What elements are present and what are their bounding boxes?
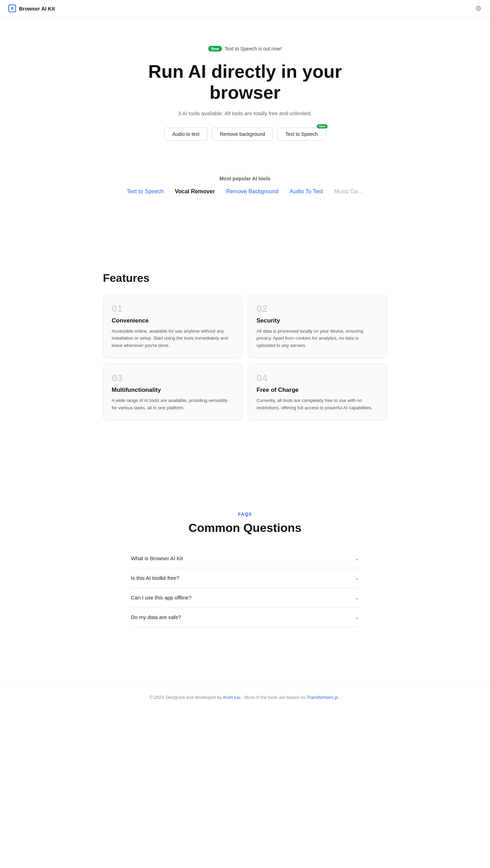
brand-link[interactable]: B Browser AI Kit [8, 5, 55, 12]
popular-tool-4[interactable]: Music Ga… [334, 188, 364, 195]
feature-name-1: Security [257, 317, 378, 324]
feature-desc-3: Currently, all tools are completely free… [257, 397, 378, 412]
footer-end: . [340, 695, 341, 700]
hero-title: Run AI directly in your browser [140, 61, 350, 103]
footer: © 2024 Designed and developed by Arvin L… [0, 683, 490, 708]
popular-tool-2[interactable]: Remove Background [226, 188, 278, 195]
feature-desc-2: A wide range of AI tools are available, … [112, 397, 233, 412]
feature-card-0: 01 Convenience Accessible online, availa… [103, 294, 242, 358]
faq-question-2: Can I use this app offline? [131, 595, 191, 600]
faq-section: FAQS Common Questions What is Browser AI… [122, 484, 368, 648]
popular-tool-3[interactable]: Audio To Text [289, 188, 323, 195]
faq-item-3[interactable]: Do my data are safe? ⌄ [131, 607, 359, 627]
feature-name-0: Convenience [112, 317, 233, 324]
faq-list: What is Browser AI Kit ⌄ Is this AI tool… [131, 549, 359, 627]
feature-number-2: 03 [112, 373, 233, 384]
feature-card-3: 04 Free of Charge Currently, all tools a… [248, 364, 387, 421]
faq-chevron-0: ⌄ [355, 555, 359, 562]
popular-tools-list: Text to SpeechVocal RemoverRemove Backgr… [7, 188, 483, 195]
footer-text: © 2024 Designed and developed by [149, 695, 223, 700]
hero-button-2[interactable]: Text to SpeechNew [277, 127, 326, 141]
hero-buttons: Audio to textRemove backgroundText to Sp… [7, 127, 483, 141]
feature-card-2: 03 Multifunctionality A wide range of AI… [103, 364, 242, 421]
features-title: Features [103, 272, 387, 285]
popular-tool-0[interactable]: Text to Speech [127, 188, 164, 195]
feature-desc-1: All data is processed locally on your de… [257, 328, 378, 349]
feature-card-1: 02 Security All data is processed locall… [248, 294, 387, 358]
brand-icon: B [8, 5, 16, 12]
navbar: B Browser AI Kit ⚙ [0, 0, 490, 17]
popular-label: Most popular AI tools [7, 176, 483, 181]
faq-question-3: Do my data are safe? [131, 614, 181, 620]
hero-button-0[interactable]: Audio to text [164, 127, 208, 141]
faq-item-0[interactable]: What is Browser AI Kit ⌄ [131, 549, 359, 568]
feature-number-0: 01 [112, 303, 233, 314]
popular-section: Most popular AI tools Text to SpeechVoca… [0, 162, 490, 216]
faq-label: FAQS [131, 512, 359, 517]
faq-item-1[interactable]: Is this AI toolkit free? ⌄ [131, 568, 359, 588]
faq-item-2[interactable]: Can I use this app offline? ⌄ [131, 588, 359, 607]
feature-desc-0: Accessible online, available for use any… [112, 328, 233, 349]
faq-chevron-2: ⌄ [355, 594, 359, 601]
faq-question-0: What is Browser AI Kit [131, 555, 183, 561]
footer-author-link[interactable]: Arvin Liu [223, 695, 241, 700]
hero-badge-text: Text to Speech is out now! [225, 46, 282, 51]
faq-chevron-3: ⌄ [355, 614, 359, 620]
faq-chevron-1: ⌄ [355, 575, 359, 581]
footer-middle: . Most of the tools are based on [242, 695, 307, 700]
features-grid: 01 Convenience Accessible online, availa… [103, 294, 387, 421]
hero-subtitle: 3 AI tools available. All tools are tota… [7, 110, 483, 116]
feature-number-3: 04 [257, 373, 378, 384]
hero-badge: New Text to Speech is out now! [208, 46, 282, 51]
feature-name-2: Multifunctionality [112, 387, 233, 394]
popular-tool-1[interactable]: Vocal Remover [175, 188, 215, 195]
hero-section: New Text to Speech is out now! Run AI di… [0, 17, 490, 162]
brand-icon-letter: B [11, 6, 14, 11]
faq-title: Common Questions [131, 521, 359, 535]
hero-badge-new: New [208, 46, 222, 51]
features-section: Features 01 Convenience Accessible onlin… [94, 251, 396, 449]
footer-lib-link[interactable]: Transformers.js [307, 695, 338, 700]
feature-number-1: 02 [257, 303, 378, 314]
settings-icon[interactable]: ⚙ [475, 4, 482, 13]
brand-name: Browser AI Kit [19, 6, 55, 12]
faq-question-1: Is this AI toolkit free? [131, 575, 179, 581]
feature-name-3: Free of Charge [257, 387, 378, 394]
hero-button-1[interactable]: Remove background [212, 127, 273, 141]
